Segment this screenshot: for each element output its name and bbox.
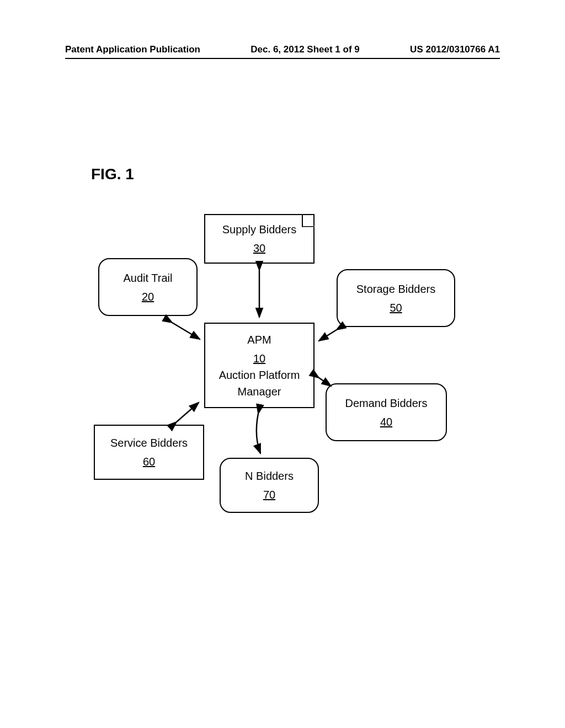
storage-refnum: 50	[390, 300, 402, 315]
demand-label: Demand Bidders	[345, 395, 428, 411]
box-apm: APM 10 Auction Platform Manager	[204, 323, 315, 408]
nbidders-refnum: 70	[263, 487, 275, 502]
supply-refnum: 30	[253, 240, 265, 256]
audit-label: Audit Trail	[124, 270, 173, 286]
apm-label: APM	[247, 332, 271, 347]
svg-line-1	[172, 323, 200, 339]
box-storage-bidders: Storage Bidders 50	[337, 269, 455, 327]
nbidders-label: N Bidders	[245, 468, 294, 484]
apm-line2a: Auction Platform	[219, 367, 300, 383]
box-audit-trail: Audit Trail 20	[98, 258, 198, 316]
apm-refnum: 10	[253, 351, 265, 366]
svg-line-4	[177, 403, 199, 422]
supply-label: Supply Bidders	[222, 222, 297, 237]
box-service-bidders: Service Bidders 60	[94, 425, 204, 480]
box-supply-bidders: Supply Bidders 30	[204, 214, 315, 264]
svg-line-3	[319, 378, 331, 386]
service-label: Service Bidders	[110, 435, 188, 451]
apm-line2b: Manager	[238, 384, 281, 399]
diagram-container: Supply Bidders 30 Audit Trail 20 Storage…	[0, 0, 565, 728]
box-demand-bidders: Demand Bidders 40	[326, 383, 447, 441]
box-n-bidders: N Bidders 70	[220, 458, 319, 513]
dog-ear-corner	[302, 214, 315, 227]
storage-label: Storage Bidders	[356, 281, 435, 297]
audit-refnum: 20	[142, 289, 154, 304]
demand-refnum: 40	[380, 414, 392, 430]
service-refnum: 60	[143, 454, 155, 469]
svg-line-2	[319, 330, 337, 341]
